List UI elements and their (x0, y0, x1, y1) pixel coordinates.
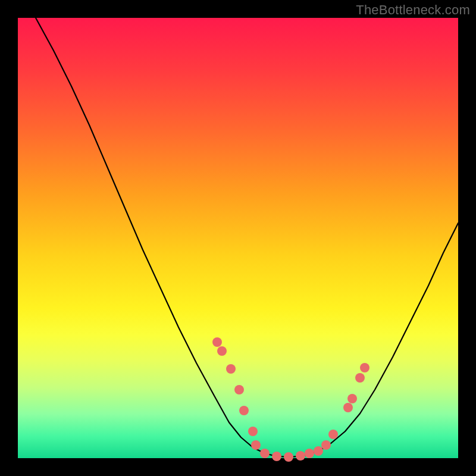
data-dot (217, 346, 227, 356)
data-dot (272, 452, 281, 461)
data-dot (360, 363, 369, 372)
data-dot (305, 449, 314, 458)
data-dot (347, 394, 357, 403)
data-dot (328, 430, 338, 439)
data-dot (343, 403, 353, 412)
data-dot (234, 385, 244, 394)
data-dot (226, 364, 236, 374)
data-dot (248, 427, 258, 436)
data-dot (284, 452, 293, 462)
data-dot (314, 446, 323, 456)
chart-frame: TheBottleneck.com (0, 0, 476, 476)
data-dot (321, 440, 331, 450)
data-dot (251, 440, 261, 450)
gradient-plot-area (18, 18, 458, 458)
data-dot (355, 373, 365, 383)
data-dot (212, 337, 222, 347)
attribution-text: TheBottleneck.com (356, 2, 470, 18)
data-dot (296, 451, 305, 461)
bottleneck-curve-svg (18, 18, 458, 458)
data-dot (239, 406, 249, 415)
data-dot (260, 449, 270, 458)
bottleneck-curve (36, 18, 458, 457)
curve-dots-group (212, 337, 369, 462)
